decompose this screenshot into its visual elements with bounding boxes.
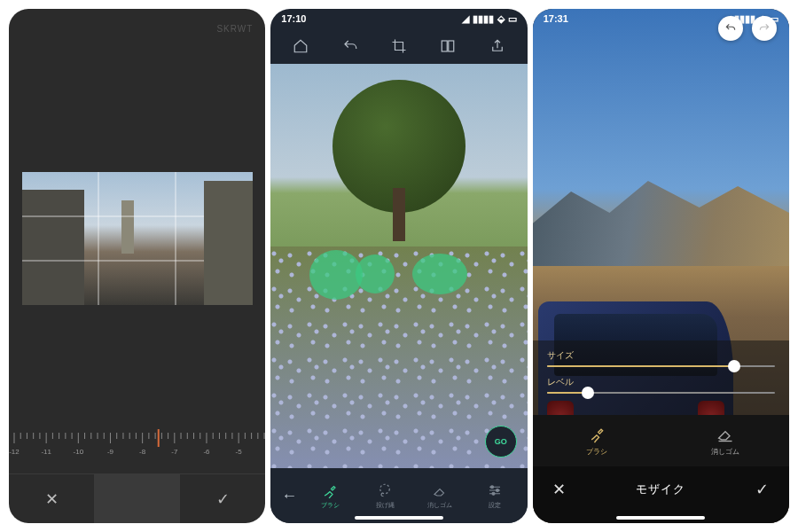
bottom-toolbar: ← ブラシ投げ縄消しゴム設定 [270,468,527,523]
undo-icon[interactable] [340,36,360,56]
svg-rect-53 [442,41,448,51]
scene-mountains [533,160,789,266]
svg-point-57 [496,489,498,491]
signal-icon: ▮▮▮▮ [473,13,494,25]
screen-skrwt: SKRWT -12-11-10-9-8-7-6-5 ✕ ✓ [9,9,265,523]
app-badge: SKRWT [9,9,265,48]
confirm-button[interactable]: ✓ [180,474,265,523]
mask-blob [356,254,395,293]
svg-text:-12: -12 [9,448,20,456]
cancel-button[interactable]: ✕ [9,474,94,523]
back-button[interactable]: ← [276,487,302,505]
battery-icon: ▭ [508,13,517,25]
mask-blob [412,254,467,294]
slider-level[interactable]: レベル [547,376,775,394]
home-icon[interactable] [291,36,310,56]
svg-text:-11: -11 [41,448,51,456]
svg-text:-10: -10 [74,448,84,456]
svg-rect-54 [449,41,454,51]
wifi-icon: ⬙ [497,13,505,25]
tool-lasso[interactable]: 投げ縄 [357,482,412,510]
bottom-bar: ✕ ✓ [9,473,265,523]
mask-blob [309,250,363,300]
screen-retouch: 17:10 ◢ ▮▮▮▮ ⬙ ▭ GO ← ブラシ投げ縄消しゴム設定 [270,9,527,523]
crop-icon[interactable] [389,36,409,56]
mosaic-canvas[interactable]: 17:31 ◢ ▮▮▮▮ ⬙ ▭ サイズ レベル ブラシ消しゴム [533,9,789,523]
mode-title: モザイク [570,481,752,497]
edited-photo [22,172,253,305]
tool-settings[interactable]: 設定 [467,482,522,510]
slider-size[interactable]: サイズ [547,349,775,367]
home-indicator[interactable] [616,516,705,520]
status-time: 17:10 [281,13,306,24]
alignment-grid [22,172,253,305]
tool-brush[interactable]: ブラシ [533,415,661,466]
svg-text:-9: -9 [107,448,114,456]
slider-panel: サイズ レベル [533,340,789,415]
location-icon: ◢ [462,13,469,25]
svg-point-58 [492,492,495,495]
svg-point-56 [490,485,493,488]
cancel-button[interactable]: ✕ [549,480,570,499]
image-canvas[interactable] [9,48,265,429]
status-bar: 17:10 ◢ ▮▮▮▮ ⬙ ▭ [270,9,527,28]
top-toolbar [270,28,527,64]
home-indicator[interactable] [355,516,443,520]
go-button[interactable]: GO [485,426,517,458]
svg-point-55 [380,484,390,494]
svg-text:-8: -8 [139,448,146,456]
svg-text:-7: -7 [171,448,178,456]
mode-bar: ✕ モザイク ✓ [533,466,789,523]
retouch-canvas[interactable]: GO [270,64,527,468]
screen-mosaic: 17:31 ◢ ▮▮▮▮ ⬙ ▭ サイズ レベル ブラシ消しゴム [533,9,789,523]
status-time: 17:31 [544,13,568,24]
share-icon[interactable] [488,36,507,56]
tool-eraser[interactable]: 消しゴム [661,415,789,466]
svg-text:-5: -5 [236,448,243,456]
svg-text:-6: -6 [203,448,210,456]
undo-button[interactable] [718,16,743,41]
adjustment-ruler[interactable]: -12-11-10-9-8-7-6-5 [9,429,265,473]
tool-row: ブラシ消しゴム [533,415,789,466]
tool-eraser[interactable]: 消しゴム [412,482,467,510]
compare-icon[interactable] [438,36,458,56]
tool-brush[interactable]: ブラシ [302,482,357,510]
confirm-button[interactable]: ✓ [752,480,773,499]
redo-button[interactable] [752,16,777,41]
